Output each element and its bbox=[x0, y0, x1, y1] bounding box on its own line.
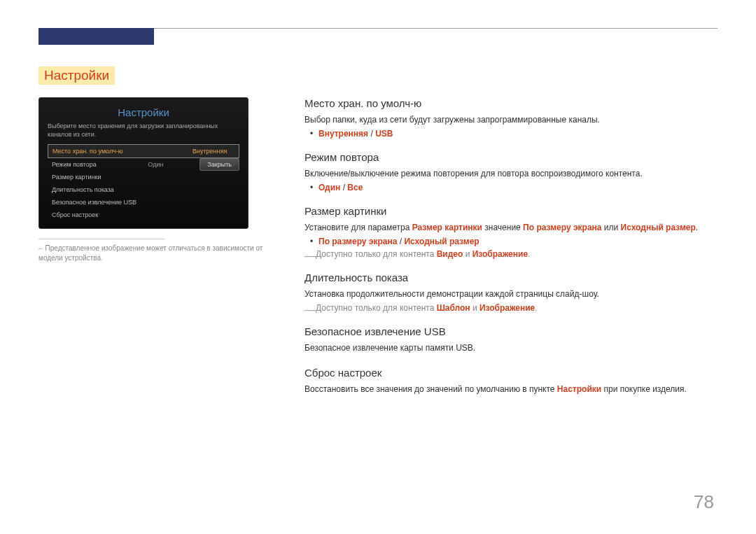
settings-mock-ui: Настройки Выберите место хранения для за… bbox=[38, 97, 248, 229]
mock-ui-row[interactable]: Длительность показа bbox=[48, 183, 239, 196]
section-body: Выбор папки, куда из сети будут загружен… bbox=[304, 113, 718, 126]
section-heading: Размер картинки bbox=[304, 205, 718, 217]
mock-ui-row-value: Один bbox=[148, 161, 190, 168]
section-body: Установите для параметра Размер картинки… bbox=[304, 221, 718, 234]
section-default-storage: Место хран. по умолч-ю Выбор папки, куда… bbox=[304, 97, 718, 139]
section-heading: Безопасное извлечение USB bbox=[304, 325, 718, 337]
page-accent-bar bbox=[38, 28, 154, 45]
bullet-options: Один / Все bbox=[304, 183, 718, 192]
two-column-layout: Настройки Выберите место хранения для за… bbox=[38, 97, 718, 408]
note-line: ― Доступно только для контента Шаблон и … bbox=[304, 303, 718, 313]
left-column: Настройки Выберите место хранения для за… bbox=[38, 97, 284, 408]
dash-icon: – bbox=[38, 244, 43, 252]
mock-ui-row-label: Место хран. по умолч-ю bbox=[52, 148, 192, 155]
section-heading: Сброс настроек bbox=[304, 367, 718, 379]
section-body: Безопасное извлечение карты памяти USB. bbox=[304, 342, 718, 354]
mock-ui-row-selected[interactable]: Место хран. по умолч-ю Внутренняя bbox=[48, 144, 239, 158]
mock-ui-row[interactable]: Размер картинки bbox=[48, 171, 239, 183]
bullet-options: Внутренняя / USB bbox=[304, 129, 718, 139]
section-repeat-mode: Режим повтора Включение/выключение режим… bbox=[304, 151, 718, 192]
content-area: Настройки Настройки Выберите место хране… bbox=[38, 66, 718, 408]
mock-ui-row[interactable]: Безопасное извлечение USB bbox=[48, 196, 239, 209]
mock-ui-title: Настройки bbox=[48, 104, 239, 122]
section-display-duration: Длительность показа Установка продолжите… bbox=[304, 272, 718, 313]
mock-ui-row-label: Режим повтора bbox=[52, 161, 148, 168]
section-body: Включение/выключение режима повторения д… bbox=[304, 167, 718, 180]
mock-ui-row[interactable]: Режим повтора Один bbox=[48, 158, 194, 171]
section-heading: Место хран. по умолч-ю bbox=[304, 97, 718, 109]
page-number: 78 bbox=[694, 491, 714, 513]
bullet-options: По размеру экрана / Исходный размер bbox=[304, 237, 718, 246]
mock-ui-row[interactable]: Сброс настроек bbox=[48, 209, 239, 221]
mock-ui-row-label: Безопасное извлечение USB bbox=[52, 199, 235, 206]
section-title: Настройки bbox=[38, 66, 115, 85]
footnote-divider bbox=[38, 239, 164, 239]
dash-icon: ― bbox=[304, 303, 317, 316]
section-heading: Режим повтора bbox=[304, 151, 718, 163]
section-safe-remove-usb: Безопасное извлечение USB Безопасное изв… bbox=[304, 325, 718, 354]
mock-ui-row-label: Длительность показа bbox=[52, 186, 235, 193]
mock-ui-description: Выберите место хранения для загрузки зап… bbox=[48, 122, 239, 139]
section-heading: Длительность показа bbox=[304, 272, 718, 283]
right-column: Место хран. по умолч-ю Выбор папки, куда… bbox=[304, 97, 718, 408]
dash-icon: ― bbox=[304, 249, 317, 262]
mock-ui-row-label: Размер картинки bbox=[52, 174, 235, 181]
section-picture-size: Размер картинки Установите для параметра… bbox=[304, 205, 718, 259]
section-body: Установка продолжительности демонстрации… bbox=[304, 288, 718, 300]
close-button[interactable]: Закрыть bbox=[200, 158, 239, 171]
section-reset: Сброс настроек Восстановить все значения… bbox=[304, 367, 718, 395]
mock-ui-row-label: Сброс настроек bbox=[52, 211, 235, 218]
mock-ui-row-value: Внутренняя bbox=[192, 148, 234, 155]
note-line: ― Доступно только для контента Видео и И… bbox=[304, 249, 718, 259]
section-body: Восстановить все значения до значений по… bbox=[304, 383, 718, 395]
footnote-text: –Представленное изображение может отлича… bbox=[38, 244, 284, 263]
